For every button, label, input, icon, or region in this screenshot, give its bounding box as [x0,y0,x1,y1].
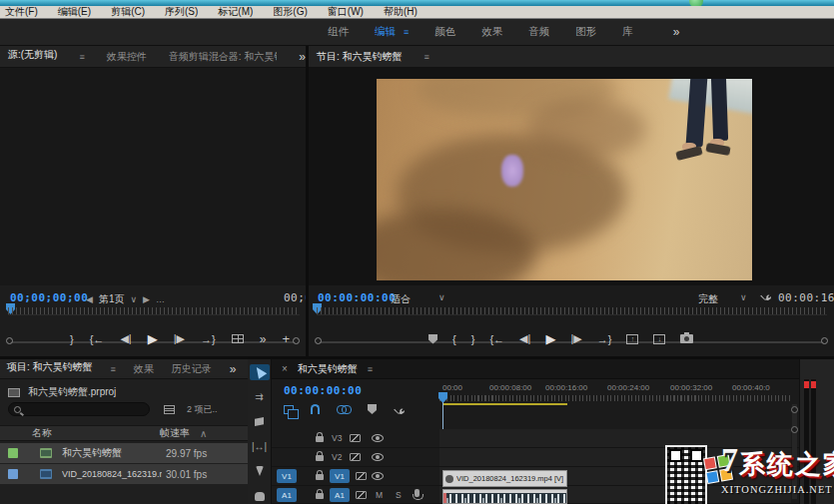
go-to-in-button[interactable]: {← [90,333,105,345]
page-prev-icon[interactable]: ◀ [86,294,93,304]
track-target-a1[interactable]: A1 [330,488,350,502]
label-color-blue[interactable] [8,469,18,479]
track-output-eye-icon[interactable] [372,472,384,480]
close-tab-icon[interactable]: × [282,363,288,374]
add-marker-icon[interactable] [368,404,377,414]
workspace-tab-audio[interactable]: 音频 [528,25,549,39]
tab-program-monitor[interactable]: 节目: 和六昊钓螃蟹 [317,50,403,64]
track-output-eye-icon[interactable] [372,434,384,442]
track-select-tool-button[interactable]: ⇉ [250,389,270,405]
tab-project[interactable]: 项目: 和六昊钓螃蟹 [7,360,93,377]
tab-history[interactable]: 历史记录 [172,362,212,376]
work-area-bar[interactable] [442,403,567,405]
tab-audio-clip-mixer[interactable]: 音频剪辑混合器: 和六昊钓螃 [169,50,278,64]
page-dropdown-caret-icon[interactable]: ∨ [130,294,137,304]
zoom-handle-left[interactable] [315,337,322,344]
track-v3[interactable]: V3 [272,429,799,448]
source-timecode[interactable]: 00;00;00;00 [10,291,88,304]
export-frame-camera-icon[interactable] [680,334,693,343]
hand-tool-button[interactable] [250,488,270,504]
source-panel-menu-icon[interactable]: ≡ [79,52,84,62]
timeline-ruler[interactable] [439,395,791,401]
lift-button[interactable]: ↑ [626,334,638,344]
track-v3-lane[interactable] [439,429,791,447]
project-tabs-overflow-chevron[interactable]: » [230,362,237,376]
menu-marker[interactable]: 标记(M) [218,6,253,18]
sync-lock-icon[interactable] [350,453,361,461]
project-item-sequence[interactable]: 和六昊钓螃蟹 29.97 fps [0,443,248,463]
audio-meters-panel[interactable] [799,359,834,504]
program-time-ruler[interactable] [317,307,827,315]
project-item-video-clip[interactable]: VID_20180824_162319.mp4 30.01 fps [0,464,248,484]
timeline-timecode[interactable]: 00:00:00:00 [284,384,362,397]
scrollbar-handle[interactable] [791,406,798,413]
workspace-tab-graphics[interactable]: 图形 [575,25,596,39]
mute-button[interactable]: M [376,490,383,500]
source-patch-a1[interactable]: A1 [277,488,297,502]
play-button[interactable]: ▶ [148,331,158,346]
razor-tool-button[interactable] [250,414,270,430]
step-forward-button[interactable]: |▶ [570,332,581,345]
track-v2[interactable]: V2 [272,448,799,467]
voiceover-mic-icon[interactable] [415,489,419,497]
workspace-tab-assembly[interactable]: 组件 [328,25,349,39]
search-box[interactable] [8,402,150,416]
zoom-handle-left[interactable] [6,337,13,344]
search-input[interactable] [25,404,140,414]
audio-clip-a1[interactable] [442,489,567,504]
tab-effects[interactable]: 效果 [134,362,154,376]
lock-track-icon[interactable] [316,436,324,442]
linked-selection-icon[interactable] [337,405,351,413]
go-to-in-button[interactable]: {← [489,333,504,345]
transport-overflow-chevron[interactable]: » [260,332,267,346]
column-framerate[interactable]: 帧速率 [160,426,190,440]
step-forward-button[interactable]: |▶ [174,332,185,345]
project-panel-menu-icon[interactable]: ≡ [111,364,116,374]
tab-sequence[interactable]: 和六昊钓螃蟹 [298,362,358,376]
sync-lock-icon[interactable] [356,472,367,480]
step-back-button[interactable]: ◀| [120,332,131,345]
menu-window[interactable]: 窗口(W) [328,6,364,18]
mark-in-button[interactable]: { [452,333,456,345]
scrollbar-handle[interactable] [791,426,798,433]
go-to-out-button[interactable]: →} [201,333,216,345]
workspace-tab-effects[interactable]: 效果 [481,25,502,39]
button-editor-add[interactable]: + [282,331,290,346]
tab-effect-controls[interactable]: 效果控件 [107,50,147,64]
nest-sequence-icon[interactable] [284,405,294,414]
source-patch-v1[interactable]: V1 [277,469,297,483]
sort-ascending-icon[interactable]: ∧ [200,428,207,439]
workspace-tab-editing[interactable]: 编辑 [375,25,396,39]
mark-out-button[interactable]: } [70,333,74,345]
play-button[interactable]: ▶ [545,331,555,346]
workspace-overflow-chevron[interactable]: » [673,25,680,39]
tab-source-monitor[interactable]: 源:(无剪辑) [8,48,57,65]
menu-graphics[interactable]: 图形(G) [273,6,307,18]
workspace-tab-libraries[interactable]: 库 [622,25,633,39]
go-to-out-button[interactable]: →} [597,333,612,345]
menu-sequence[interactable]: 序列(S) [165,6,198,18]
lock-track-icon[interactable] [316,455,324,461]
source-time-ruler[interactable] [8,307,300,315]
label-color-green[interactable] [8,448,18,458]
zoom-level-select[interactable]: 适合 ∨ [391,292,445,306]
source-tabs-overflow-chevron[interactable]: » [299,50,306,64]
page-label[interactable]: 第1页 [99,292,125,306]
selection-tool-button[interactable] [250,364,270,380]
timeline-settings-wrench-icon[interactable] [394,403,406,415]
sync-lock-icon[interactable] [350,434,361,442]
sync-lock-icon[interactable] [356,491,367,499]
lock-track-icon[interactable] [316,474,324,480]
workspace-tab-menu-icon[interactable]: ≡ [404,27,409,37]
mark-out-button[interactable]: } [471,333,475,345]
timeline-vertical-scrollbar[interactable] [792,404,797,499]
column-name[interactable]: 名称 [32,426,52,440]
track-output-eye-icon[interactable] [372,453,384,461]
list-view-icon[interactable] [164,405,175,414]
zoom-handle-right[interactable] [293,337,300,344]
page-next-icon[interactable]: ▶ [143,294,150,304]
solo-button[interactable]: S [396,490,402,500]
lock-track-icon[interactable] [316,493,324,499]
video-clip-v1[interactable]: VID_20180824_162319.mp4 [V] [442,470,567,487]
export-frame-icon[interactable] [232,334,244,343]
